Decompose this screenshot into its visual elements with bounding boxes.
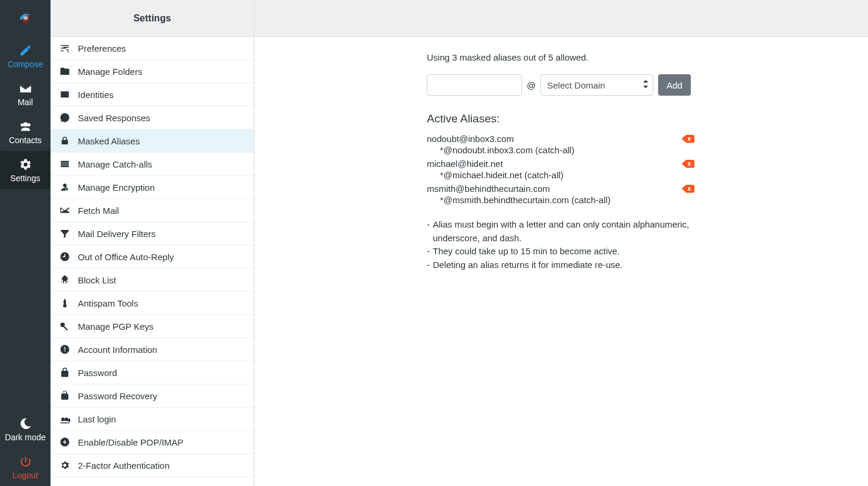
skull-icon	[59, 274, 71, 286]
settings-item-label: Fetch Mail	[78, 206, 119, 216]
settings-item-label: Manage Folders	[78, 67, 142, 77]
moon-icon	[19, 417, 32, 430]
nav-contacts-label: Contacts	[9, 135, 42, 145]
settings-item-label: Identities	[78, 90, 114, 100]
delete-alias-button[interactable]: x	[681, 160, 694, 168]
gear-icon	[59, 459, 71, 471]
settings-item-label: 2-Factor Authentication	[78, 460, 169, 471]
add-alias-row: @ Select Domain Add	[427, 74, 694, 96]
nav-mail[interactable]: Mail	[0, 75, 51, 113]
settings-item-label: Manage Catch-alls	[78, 159, 152, 169]
content-header	[254, 0, 868, 37]
mask-icon	[59, 135, 71, 147]
key-icon	[59, 320, 71, 332]
settings-item-label: Last login	[78, 414, 116, 424]
app-logo	[0, 0, 51, 37]
settings-item-block-list[interactable]: Block List	[51, 269, 254, 292]
lock-icon	[59, 367, 71, 378]
settings-panel: Settings PreferencesManage FoldersIdenti…	[51, 0, 254, 486]
at-symbol: @	[527, 80, 536, 90]
gear-icon	[19, 158, 32, 171]
nav-compose-label: Compose	[8, 59, 43, 69]
settings-item-preferences[interactable]: Preferences	[51, 37, 254, 60]
rules-list: -Alias must begin with a letter and can …	[427, 218, 694, 272]
nav-settings[interactable]: Settings	[0, 151, 51, 189]
settings-item-mail-delivery-filters[interactable]: Mail Delivery Filters	[51, 222, 254, 245]
settings-item-password-recovery[interactable]: Password Recovery	[51, 384, 254, 408]
alias-name-input[interactable]	[427, 74, 522, 96]
settings-item-label: Manage Encryption	[78, 182, 155, 192]
contacts-icon	[19, 120, 32, 133]
nav-mail-label: Mail	[18, 97, 33, 107]
settings-item-last-login[interactable]: Last login	[51, 408, 254, 431]
settings-item-label: Masked Aliases	[78, 136, 140, 146]
id-card-icon	[59, 89, 71, 100]
settings-item-label: Saved Responses	[78, 113, 150, 123]
alias-catchall: *@nodoubt.inbox3.com (catch-all)	[427, 145, 694, 155]
nav-logout[interactable]: Logout	[0, 448, 51, 486]
content-wrap: Using 3 masked aliases out of 5 allowed.…	[254, 0, 868, 486]
settings-item-label: Password Recovery	[78, 391, 157, 401]
alias-catchall: *@msmith.behindthecurtain.com (catch-all…	[427, 195, 694, 205]
nav-darkmode[interactable]: Dark mode	[0, 410, 51, 448]
alias-row: nodoubt@inbox3.comx	[427, 134, 694, 144]
filter-icon	[59, 228, 71, 239]
settings-item-manage-encryption[interactable]: Manage Encryption	[51, 176, 254, 199]
settings-item-label: Manage PGP Keys	[78, 321, 153, 332]
alias-row: msmith@behindthecurtain.comx	[427, 184, 694, 194]
delete-alias-button[interactable]: x	[681, 135, 694, 143]
domain-select[interactable]: Select Domain	[540, 74, 653, 96]
rule-item: -Alias must begin with a letter and can …	[427, 218, 694, 245]
globe-lock-icon	[59, 436, 71, 448]
settings-header: Settings	[51, 0, 254, 37]
folder-icon	[59, 65, 71, 77]
comment-icon	[59, 112, 71, 124]
settings-list: PreferencesManage FoldersIdentitiesSaved…	[51, 37, 254, 486]
alias-catchall: *@michael.hideit.net (catch-all)	[427, 170, 694, 180]
users-icon	[59, 413, 71, 425]
usage-text: Using 3 masked aliases out of 5 allowed.	[427, 52, 694, 62]
settings-item-enable-disable-pop-imap[interactable]: Enable/Disable POP/IMAP	[51, 431, 254, 454]
nav-compose[interactable]: Compose	[0, 37, 51, 75]
settings-item-manage-pgp-keys[interactable]: Manage PGP Keys	[51, 315, 254, 338]
settings-item-label: Password	[78, 368, 117, 378]
settings-item-label: Out of Office Auto-Reply	[78, 252, 174, 262]
nav-contacts[interactable]: Contacts	[0, 113, 51, 151]
settings-item-out-of-office-auto-reply[interactable]: Out of Office Auto-Reply	[51, 245, 254, 269]
nav-settings-label: Settings	[10, 173, 40, 183]
settings-item-antispam-tools[interactable]: Antispam Tools	[51, 292, 254, 315]
nav-rail: Compose Mail Contacts Settings Dark mode…	[0, 0, 51, 486]
user-lock-icon	[59, 181, 71, 193]
exchange-icon	[59, 204, 71, 216]
settings-item-label: Antispam Tools	[78, 298, 138, 308]
settings-item-2-factor-authentication[interactable]: 2-Factor Authentication	[51, 454, 254, 477]
flame-icon	[59, 297, 71, 309]
settings-item-password[interactable]: Password	[51, 361, 254, 384]
settings-item-account-information[interactable]: Account Information	[51, 338, 254, 361]
mail-icon	[19, 82, 32, 95]
settings-item-label: Enable/Disable POP/IMAP	[78, 437, 184, 447]
delete-alias-button[interactable]: x	[681, 185, 694, 193]
info-icon	[59, 343, 71, 355]
sliders-icon	[59, 42, 71, 54]
alias-row: michael@hideit.netx	[427, 159, 694, 169]
active-aliases-title: Active Aliases:	[427, 112, 694, 125]
settings-item-identities[interactable]: Identities	[51, 83, 254, 106]
alias-email: msmith@behindthecurtain.com	[427, 184, 550, 194]
alias-email: michael@hideit.net	[427, 159, 503, 169]
power-icon	[19, 455, 32, 468]
settings-item-saved-responses[interactable]: Saved Responses	[51, 106, 254, 130]
settings-item-fetch-mail[interactable]: Fetch Mail	[51, 199, 254, 222]
add-button[interactable]: Add	[658, 74, 691, 96]
settings-item-label: Account Information	[78, 345, 157, 355]
content-body: Using 3 masked aliases out of 5 allowed.…	[254, 37, 868, 486]
list-icon	[59, 158, 71, 170]
compose-icon	[19, 44, 32, 57]
rule-item: -Deleting an alias returns it for immedi…	[427, 258, 694, 272]
settings-item-manage-catch-alls[interactable]: Manage Catch-alls	[51, 153, 254, 176]
unlock-icon	[59, 390, 71, 402]
rule-item: -They could take up to 15 min to become …	[427, 245, 694, 258]
settings-item-manage-folders[interactable]: Manage Folders	[51, 60, 254, 83]
settings-item-label: Block List	[78, 275, 116, 285]
settings-item-masked-aliases[interactable]: Masked Aliases	[51, 130, 254, 153]
